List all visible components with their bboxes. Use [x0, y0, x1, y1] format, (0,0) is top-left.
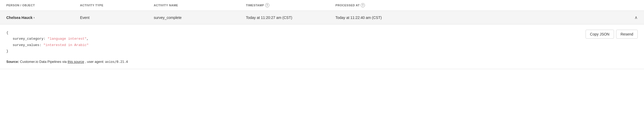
expanded-top: { survey_category: "language interest", …: [6, 30, 638, 54]
person-chevron-icon[interactable]: ›: [34, 16, 35, 19]
processed-at-help-icon[interactable]: ?: [361, 3, 365, 7]
copy-json-button[interactable]: Copy JSON: [586, 30, 614, 39]
timestamp-help-icon[interactable]: ?: [265, 3, 269, 7]
col-header-timestamp: TIMESTAMP ?: [246, 3, 335, 7]
activity-type-cell: Event: [80, 16, 154, 20]
person-name-text[interactable]: Chelsea Hauck: [6, 16, 33, 20]
source-link[interactable]: this source: [68, 60, 84, 64]
table-row: Chelsea Hauck › Event survey_complete To…: [0, 11, 644, 24]
json-line-close: }: [6, 48, 89, 54]
person-cell: Chelsea Hauck ›: [6, 16, 80, 20]
col-header-person: PERSON / OBJECT: [6, 3, 80, 7]
col-header-activity-type: ACTIVITY TYPE: [80, 3, 154, 7]
col-header-processed-at: PROCESSED AT ?: [335, 3, 638, 7]
json-display: { survey_category: "language interest", …: [6, 30, 89, 54]
processed-at-cell: Today at 11:22:40 am (CST) ∧: [335, 15, 638, 20]
activity-name-cell: survey_complete: [154, 16, 246, 20]
table-header: PERSON / OBJECT ACTIVITY TYPE ACTIVITY N…: [0, 0, 644, 11]
timestamp-cell: Today at 11:20:27 am (CST): [246, 16, 335, 20]
resend-button[interactable]: Resend: [616, 30, 638, 39]
col-header-activity-name: ACTIVITY NAME: [154, 3, 246, 7]
json-line-open: {: [6, 30, 89, 36]
user-agent-text: axios/0.21.4: [105, 60, 128, 64]
json-line-1: survey_category: "language interest",: [6, 36, 89, 42]
expanded-panel: { survey_category: "language interest", …: [0, 24, 644, 69]
collapse-row-icon[interactable]: ∧: [635, 15, 638, 20]
source-line: Source: Customer.io Data Pipelines via t…: [6, 60, 638, 64]
json-line-2: survey_values: "interested in Arabic": [6, 42, 89, 48]
action-buttons: Copy JSON Resend: [586, 30, 638, 39]
